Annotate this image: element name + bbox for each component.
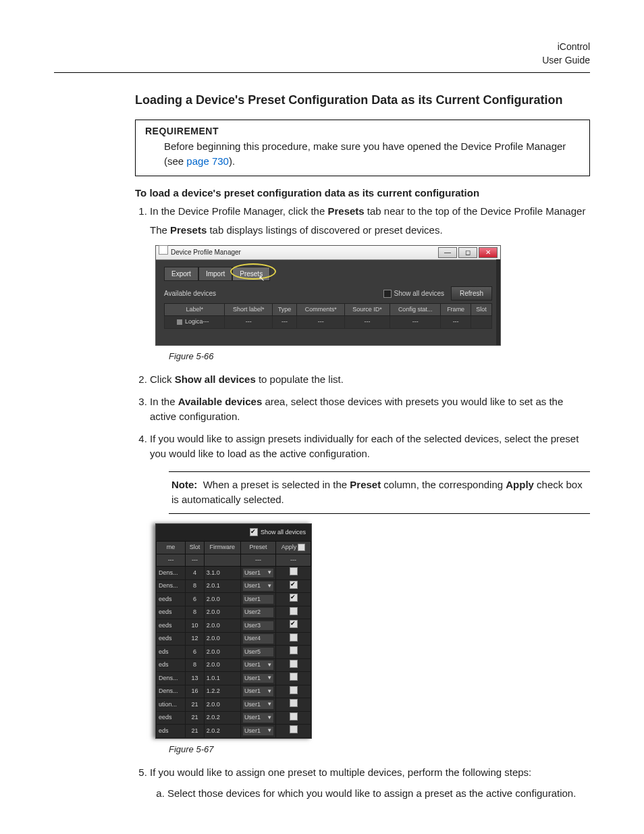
maximize-button[interactable]: ◻ bbox=[458, 247, 477, 258]
table-row[interactable]: ution...212.0.0User1▼ bbox=[157, 698, 311, 712]
chevron-down-icon: ▼ bbox=[267, 569, 272, 577]
col-type[interactable]: Type bbox=[272, 303, 296, 316]
window-title: Device Profile Manager bbox=[171, 249, 241, 256]
preset-dropdown[interactable]: User4 bbox=[243, 634, 273, 644]
apply-checkbox[interactable] bbox=[290, 699, 298, 707]
apply-checkbox[interactable] bbox=[290, 594, 298, 602]
table-row[interactable]: eeds82.0.0User2 bbox=[157, 606, 311, 619]
doc-type: User Guide bbox=[54, 54, 590, 68]
apply-checkbox[interactable] bbox=[290, 607, 298, 615]
table-row[interactable]: Logica--- ------------------ bbox=[165, 316, 492, 329]
apply-checkbox[interactable] bbox=[290, 725, 298, 733]
table-row[interactable]: eeds212.0.2User1▼ bbox=[157, 711, 311, 725]
preset-dropdown[interactable]: User1▼ bbox=[243, 700, 273, 710]
step-3: In the Available devices area, select th… bbox=[150, 394, 590, 425]
preset-dropdown[interactable]: User1▼ bbox=[243, 581, 273, 591]
col-frame[interactable]: Frame bbox=[441, 303, 471, 316]
tab-import[interactable]: Import bbox=[198, 267, 232, 281]
preset-dropdown[interactable]: User2 bbox=[243, 608, 273, 617]
figure-5-66-caption: Figure 5-66 bbox=[169, 350, 590, 363]
available-devices-label: Available devices bbox=[164, 288, 216, 298]
table-row[interactable]: eds82.0.0User1▼ bbox=[157, 658, 311, 672]
figure-5-67-caption: Figure 5-67 bbox=[169, 743, 590, 756]
requirement-text: Before beginning this procedure, make su… bbox=[164, 139, 580, 169]
chevron-down-icon: ▼ bbox=[267, 700, 272, 708]
table-row[interactable]: Dens...43.1.0User1▼ bbox=[157, 567, 311, 580]
table-row[interactable]: eds212.0.2User1▼ bbox=[157, 725, 311, 738]
apply-checkbox[interactable] bbox=[290, 712, 298, 721]
table-row[interactable]: Dens...161.2.2User1▼ bbox=[157, 685, 311, 698]
preset-dropdown[interactable]: User1▼ bbox=[243, 727, 273, 736]
preset-dropdown[interactable]: User1▼ bbox=[243, 713, 273, 723]
col-label[interactable]: Label* bbox=[165, 303, 225, 316]
apply-header-checkbox[interactable] bbox=[298, 544, 305, 551]
preset-dropdown[interactable]: User1 bbox=[243, 595, 273, 604]
chevron-down-icon: ▼ bbox=[267, 674, 272, 682]
figure-5-67: Show all devices me Slot Firmware Preset… bbox=[155, 523, 312, 739]
chevron-down-icon: ▼ bbox=[267, 714, 272, 722]
apply-checkbox[interactable] bbox=[290, 567, 298, 575]
preset-dropdown[interactable]: User1▼ bbox=[243, 674, 273, 683]
close-button[interactable]: ✕ bbox=[479, 247, 498, 258]
cursor-icon: ↖ bbox=[259, 273, 265, 284]
section-title: Loading a Device's Preset Configuration … bbox=[135, 93, 590, 107]
requirement-box: REQUIREMENT Before beginning this proced… bbox=[135, 120, 590, 176]
apply-checkbox[interactable] bbox=[290, 646, 298, 654]
col-config-stat[interactable]: Config stat... bbox=[390, 303, 441, 316]
note-block: Note: When a preset is selected in the P… bbox=[169, 471, 590, 514]
col-slot-2[interactable]: Slot bbox=[186, 542, 204, 554]
apply-checkbox[interactable] bbox=[290, 660, 298, 668]
table-row[interactable]: Dens...82.0.1User1▼ bbox=[157, 579, 311, 593]
col-source-id[interactable]: Source ID* bbox=[345, 303, 390, 316]
apply-checkbox[interactable] bbox=[290, 673, 298, 681]
show-all-devices-checkbox[interactable]: Show all devices bbox=[383, 288, 444, 298]
step-5a: Select those devices for which you would… bbox=[167, 786, 590, 802]
apply-checkbox[interactable] bbox=[290, 686, 298, 694]
col-firmware[interactable]: Firmware bbox=[204, 542, 240, 554]
header-rule bbox=[54, 72, 590, 73]
scrollbar[interactable] bbox=[496, 259, 500, 345]
chevron-down-icon: ▼ bbox=[267, 661, 272, 669]
preset-dropdown[interactable]: User5 bbox=[243, 648, 273, 657]
preset-dropdown[interactable]: User3 bbox=[243, 621, 273, 631]
col-short-label[interactable]: Short label* bbox=[225, 303, 272, 316]
chevron-down-icon: ▼ bbox=[267, 582, 272, 590]
col-preset[interactable]: Preset bbox=[240, 542, 275, 554]
apply-checkbox[interactable] bbox=[290, 620, 298, 628]
minimize-button[interactable]: — bbox=[438, 247, 457, 258]
figure-5-66: Device Profile Manager — ◻ ✕ Export Impo… bbox=[155, 245, 501, 346]
table-row[interactable]: eeds62.0.0User1 bbox=[157, 593, 311, 606]
page-header: iControl User Guide bbox=[54, 41, 590, 67]
table-row[interactable]: eds62.0.0User5 bbox=[157, 646, 311, 659]
app-icon bbox=[159, 245, 168, 255]
chevron-down-icon: ▼ bbox=[267, 687, 272, 696]
step-5: If you would like to assign one preset t… bbox=[150, 765, 590, 801]
apply-checkbox[interactable] bbox=[290, 633, 298, 642]
preset-table: me Slot Firmware Preset Apply ----------… bbox=[156, 541, 311, 738]
devices-table: Label* Short label* Type Comments* Sourc… bbox=[164, 303, 492, 329]
tab-export[interactable]: Export bbox=[164, 267, 198, 281]
refresh-button[interactable]: Refresh bbox=[451, 286, 492, 301]
tab-row: Export Import Presets bbox=[164, 267, 500, 281]
step-2: Click Show all devices to populate the l… bbox=[150, 372, 590, 388]
procedure-subhead: To load a device's preset configuration … bbox=[135, 187, 590, 199]
col-apply[interactable]: Apply bbox=[276, 542, 311, 554]
window-titlebar: Device Profile Manager — ◻ ✕ bbox=[156, 246, 500, 260]
step-4: If you would like to assign presets indi… bbox=[150, 432, 590, 756]
show-all-devices-checkbox-2[interactable]: Show all devices bbox=[250, 529, 306, 536]
preset-dropdown[interactable]: User1▼ bbox=[243, 569, 273, 578]
requirement-label: REQUIREMENT bbox=[145, 126, 580, 136]
table-row[interactable]: Dens...131.0.1User1▼ bbox=[157, 672, 311, 685]
apply-checkbox[interactable] bbox=[290, 581, 298, 589]
col-name[interactable]: me bbox=[157, 542, 186, 554]
preset-dropdown[interactable]: User1▼ bbox=[243, 660, 273, 670]
table-row[interactable]: eeds122.0.0User4 bbox=[157, 632, 311, 646]
col-comments[interactable]: Comments* bbox=[297, 303, 345, 316]
step-1: In the Device Profile Manager, click the… bbox=[150, 204, 590, 363]
col-slot[interactable]: Slot bbox=[471, 303, 491, 316]
preset-dropdown[interactable]: User1▼ bbox=[243, 687, 273, 696]
table-row[interactable]: eeds102.0.0User3 bbox=[157, 619, 311, 633]
tree-node-icon bbox=[177, 319, 182, 325]
steps-list: In the Device Profile Manager, click the… bbox=[135, 204, 590, 802]
page-link[interactable]: page 730 bbox=[186, 155, 229, 167]
